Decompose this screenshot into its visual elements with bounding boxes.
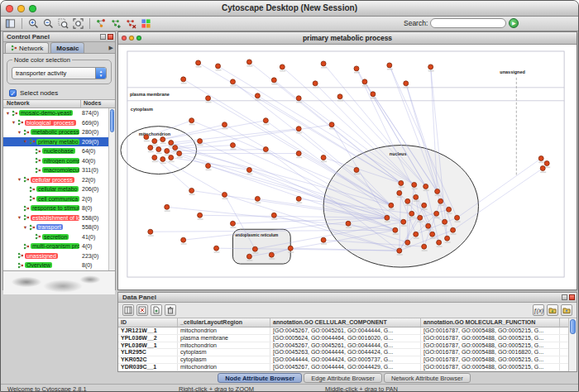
tree-item-macromolecule[interactable]: macromolecule311(0) <box>3 165 108 175</box>
tree-item-mosaic-demo-yeast[interactable]: ▼mosaic-demo-yeast874(0) <box>3 108 108 118</box>
table-row[interactable]: YPL036W__1mitochondrion[GO:0045267, GO:0… <box>118 342 577 350</box>
network-node[interactable] <box>422 244 427 249</box>
network-node[interactable] <box>165 204 170 209</box>
network-frame-titlebar[interactable]: primary metabolic process <box>118 32 577 45</box>
network-node[interactable] <box>271 213 276 218</box>
expand-toggle-icon[interactable]: ▼ <box>17 215 22 220</box>
network-node[interactable] <box>196 60 201 65</box>
network-node[interactable] <box>156 147 161 152</box>
network-node[interactable] <box>296 196 301 201</box>
column-header-id[interactable]: ID <box>118 318 178 327</box>
tree-item-nucleobase[interactable]: nucleobase64(0) <box>3 146 108 156</box>
network-node[interactable] <box>404 81 409 86</box>
network-node[interactable] <box>223 122 227 127</box>
network-node[interactable] <box>544 161 549 166</box>
network-node[interactable] <box>169 155 174 160</box>
network-node[interactable] <box>443 219 447 224</box>
search-go-button[interactable]: ▶ <box>509 18 519 28</box>
network-node[interactable] <box>189 188 194 193</box>
network-node[interactable] <box>422 203 427 208</box>
network-node[interactable] <box>426 223 431 228</box>
network-node[interactable] <box>160 137 165 142</box>
network-node[interactable] <box>414 232 419 237</box>
zoom-fit-icon[interactable] <box>72 17 84 30</box>
network-node[interactable] <box>216 64 221 69</box>
formula-builder-icon[interactable]: ƒ(x) <box>533 304 544 316</box>
network-node[interactable] <box>296 96 301 101</box>
network-node[interactable] <box>246 60 251 65</box>
network-node[interactable] <box>160 157 165 162</box>
network-node[interactable] <box>430 232 435 237</box>
network-node[interactable] <box>198 139 203 144</box>
tree-item-secretion[interactable]: secretion41(0) <box>3 232 108 242</box>
network-node[interactable] <box>144 135 149 140</box>
network-node[interactable] <box>337 94 342 99</box>
network-node[interactable] <box>321 61 326 66</box>
network-node[interactable] <box>401 219 406 224</box>
network-node[interactable] <box>313 81 318 86</box>
float-panel-icon[interactable] <box>562 294 567 300</box>
network-overview-panel[interactable] <box>3 270 115 294</box>
network-node[interactable] <box>269 252 274 257</box>
network-node[interactable] <box>181 237 186 242</box>
table-scrollbar-thumb[interactable] <box>570 319 576 334</box>
node-color-dropdown[interactable]: transporter activity ▲▼ <box>12 67 107 79</box>
tab-overflow-arrow[interactable]: ▶ <box>109 42 113 53</box>
network-edge[interactable] <box>184 79 391 205</box>
tree-item-metabolic-process[interactable]: ▼metabolic process280(0) <box>3 127 108 137</box>
network-node[interactable] <box>169 141 174 146</box>
expand-toggle-icon[interactable]: ▼ <box>17 130 22 135</box>
network-node[interactable] <box>405 240 410 245</box>
network-edge[interactable] <box>199 63 401 184</box>
network-edge[interactable] <box>171 158 250 170</box>
tab-edge-attribute-browser[interactable]: Edge Attribute Browser <box>304 373 382 383</box>
network-node[interactable] <box>414 194 419 199</box>
panel-toggle-icon[interactable] <box>4 17 17 30</box>
tree-item-response-to-stimul[interactable]: response to stimul8(0) <box>3 203 108 213</box>
close-panel-icon[interactable] <box>569 294 575 300</box>
network-node[interactable] <box>148 146 153 151</box>
tree-item-multi-organism-pro[interactable]: multi-organism pro4(0) <box>3 241 108 251</box>
network-node[interactable] <box>165 149 170 154</box>
network-node[interactable] <box>246 167 251 172</box>
table-row[interactable]: YKR052Ccytoplasm[GO:0044444, GO:0044424,… <box>118 356 577 364</box>
tree-item-cell-communica[interactable]: cell communica2(0) <box>3 194 108 204</box>
tree-scrollbar[interactable] <box>108 108 115 270</box>
tree-item-biological-process[interactable]: ▼biological_process669(0) <box>3 118 108 128</box>
network-node[interactable] <box>230 79 235 84</box>
tree-item-primary-metabo[interactable]: ▼primary metabo209(0) <box>3 137 108 147</box>
network-node[interactable] <box>399 180 404 185</box>
network-node[interactable] <box>230 143 235 148</box>
network-node[interactable] <box>296 151 301 156</box>
tree-scrollbar-thumb[interactable] <box>110 109 114 132</box>
network-node[interactable] <box>423 184 428 189</box>
expand-toggle-icon[interactable]: ▼ <box>17 177 22 182</box>
network-node[interactable] <box>362 79 367 84</box>
zoom-in-icon[interactable] <box>27 17 40 30</box>
network-node[interactable] <box>409 211 414 216</box>
network-node[interactable] <box>152 155 157 160</box>
network-node[interactable] <box>434 211 439 216</box>
create-network-icon[interactable] <box>110 17 122 30</box>
destroy-network-icon[interactable] <box>125 17 137 30</box>
tab-node-attribute-browser[interactable]: Node Attribute Browser <box>218 373 302 383</box>
tree-item-overview[interactable]: Overview8(0) <box>3 261 108 270</box>
vizmapper-icon[interactable] <box>140 17 152 30</box>
tree-column-network[interactable]: Network <box>3 100 81 108</box>
network-node[interactable] <box>230 221 235 226</box>
network-node[interactable] <box>252 246 257 251</box>
network-node[interactable] <box>412 182 417 187</box>
network-node[interactable] <box>148 229 153 234</box>
network-node[interactable] <box>206 96 211 101</box>
zoom-selected-icon[interactable] <box>57 17 69 30</box>
network-node[interactable] <box>296 127 301 131</box>
network-node[interactable] <box>198 213 203 218</box>
expand-toggle-icon[interactable]: ▼ <box>11 120 17 125</box>
network-node[interactable] <box>263 118 268 123</box>
tree-item-cellular-metabo[interactable]: cellular metabo206(0) <box>3 184 108 194</box>
close-panel-icon[interactable] <box>108 34 113 40</box>
network-node[interactable] <box>329 122 334 127</box>
clear-attributes-icon[interactable] <box>136 304 148 316</box>
network-svg[interactable]: plasma membranecytoplasmmitochondrionnuc… <box>118 45 577 289</box>
network-node[interactable] <box>321 155 326 160</box>
